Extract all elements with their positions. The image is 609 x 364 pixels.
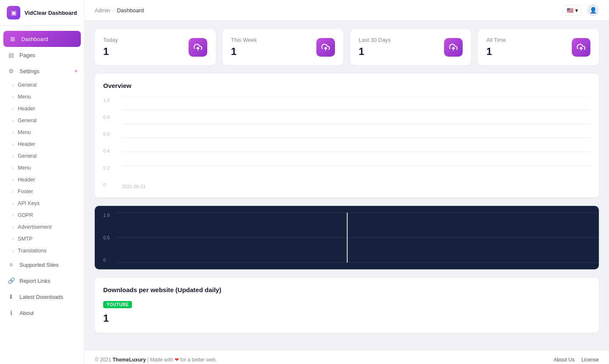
downloads-title: Downloads per website (Updated daily) (103, 286, 590, 293)
subnav-general-3[interactable]: General (0, 150, 84, 162)
sidebar-item-settings[interactable]: ⚙ Settings ▾ (0, 63, 84, 79)
sidebar-item-pages[interactable]: ▤ Pages (0, 47, 84, 63)
footer-links: About Us License (554, 357, 599, 363)
subnav-menu-2[interactable]: Menu (0, 126, 84, 138)
footer-copyright: © 2021 ThemeLuxury | Made with ❤ for a b… (95, 357, 217, 363)
stat-card-30days: Last 30 Days 1 (350, 29, 471, 65)
stat-info: Last 30 Days 1 (359, 37, 391, 57)
subnav-header-2[interactable]: Header (0, 138, 84, 150)
stat-card-alltime: All Time 1 (478, 29, 599, 65)
flag-icon: 🇺🇸 (567, 7, 573, 14)
sidebar-item-latest-downloads[interactable]: ⬇ Latest Downloads (0, 289, 84, 305)
stat-icon-today (189, 38, 207, 57)
sidebar-navigation: ⊞ Dashboard ▤ Pages ⚙ Settings ▾ General… (0, 26, 84, 364)
stat-label: This Week (231, 37, 257, 43)
heart-icon: ❤ (175, 357, 179, 363)
flag-chevron: ▾ (575, 7, 578, 14)
settings-submenu: General Menu Header General Menu Header … (0, 79, 84, 257)
link-icon: 🔗 (7, 276, 15, 285)
sidebar-item-report-links[interactable]: 🔗 Report Links (0, 273, 84, 289)
dark-chart-svg (95, 206, 599, 269)
subnav-header-1[interactable]: Header (0, 103, 84, 115)
sidebar-item-label: Settings (19, 68, 39, 74)
language-selector[interactable]: 🇺🇸 ▾ (563, 5, 582, 16)
topbar-actions: 🇺🇸 ▾ 👤 (563, 4, 599, 16)
stats-grid: Today 1 This Week 1 (95, 29, 599, 65)
logo-text: VidClear Dashboard (25, 10, 77, 16)
stat-label: All Time (486, 37, 506, 43)
sidebar-item-label: Report Links (19, 278, 50, 284)
main-content: Admin / Dashboard 🇺🇸 ▾ 👤 Today 1 (85, 0, 609, 364)
downloads-section: Downloads per website (Updated daily) YO… (95, 278, 599, 333)
sidebar-item-label: Supported Sites (19, 262, 59, 268)
y-label-1: 1.0 (103, 98, 115, 103)
sidebar-item-about[interactable]: ℹ About (0, 305, 84, 321)
overview-card: Overview 1.0 0.8 0.6 0.4 0.2 0 (95, 74, 599, 197)
download-count: 1 (103, 312, 590, 324)
stat-label: Today (103, 37, 118, 43)
sidebar-item-label: Pages (19, 52, 35, 58)
download-icon: ⬇ (7, 293, 15, 301)
sidebar: ▣ VidClear Dashboard ⊞ Dashboard ▤ Pages… (0, 0, 85, 364)
stat-card-today: Today 1 (95, 29, 216, 65)
subnav-smtp[interactable]: SMTP (0, 233, 84, 245)
info-icon: ℹ (7, 309, 15, 317)
subnav-footer[interactable]: Footer (0, 186, 84, 197)
stat-icon-30days (444, 38, 463, 57)
y-label-2: 0.8 (103, 115, 115, 120)
breadcrumb-current: Dashboard (117, 7, 144, 14)
overview-chart-svg (122, 96, 590, 181)
sidebar-item-dashboard[interactable]: ⊞ Dashboard (3, 31, 81, 47)
subnav-gdpr[interactable]: GDPR (0, 209, 84, 221)
footer: © 2021 ThemeLuxury | Made with ❤ for a b… (85, 350, 609, 364)
sidebar-item-label: Latest Downloads (19, 294, 63, 300)
stat-card-week: This Week 1 (222, 29, 343, 65)
dashboard-icon: ⊞ (8, 35, 17, 43)
subnav-api-keys[interactable]: API Keys (0, 197, 84, 209)
y-label-3: 0.6 (103, 131, 115, 137)
breadcrumb-separator: / (113, 7, 115, 14)
subnav-advertisement[interactable]: Advertisement (0, 221, 84, 233)
x-label: 2021-06-21 (122, 184, 590, 189)
sidebar-item-label: Dashboard (21, 36, 48, 42)
stat-icon-week (316, 38, 335, 57)
stat-value: 1 (486, 46, 506, 57)
stat-icon-alltime (572, 38, 590, 57)
stat-info: All Time 1 (486, 37, 506, 57)
stat-info: This Week 1 (231, 37, 257, 57)
dark-chart-inner: 1.0 0.5 0 (95, 206, 599, 269)
dashboard-content: Today 1 This Week 1 (85, 21, 609, 350)
topbar: Admin / Dashboard 🇺🇸 ▾ 👤 (85, 0, 609, 21)
subnav-menu-3[interactable]: Menu (0, 162, 84, 174)
settings-icon: ⚙ (7, 67, 15, 75)
overview-title: Overview (103, 82, 590, 89)
subnav-translations[interactable]: Translations (0, 245, 84, 257)
stat-value: 1 (103, 46, 118, 57)
subnav-menu-1[interactable]: Menu (0, 91, 84, 103)
stat-value: 1 (359, 46, 391, 57)
pages-icon: ▤ (7, 51, 15, 59)
sidebar-item-label: About (19, 310, 34, 316)
breadcrumb-parent: Admin (95, 7, 110, 14)
user-avatar[interactable]: 👤 (587, 4, 599, 16)
sidebar-item-supported-sites[interactable]: ≡ Supported Sites (0, 257, 84, 273)
stat-label: Last 30 Days (359, 37, 391, 43)
subnav-general-1[interactable]: General (0, 79, 84, 91)
subnav-header-3[interactable]: Header (0, 174, 84, 186)
y-label-4: 0.4 (103, 148, 115, 153)
stat-value: 1 (231, 46, 257, 57)
chevron-down-icon: ▾ (75, 68, 77, 74)
footer-license-link[interactable]: License (582, 357, 599, 363)
svg-rect-13 (347, 213, 348, 263)
breadcrumb: Admin / Dashboard (95, 7, 144, 14)
youtube-badge: YOUTUBE (103, 301, 132, 308)
logo-icon: ▣ (7, 6, 20, 19)
stat-info: Today 1 (103, 37, 118, 57)
list-icon: ≡ (7, 260, 15, 269)
y-label-6: 0 (103, 182, 115, 187)
subnav-general-2[interactable]: General (0, 115, 84, 126)
y-label-5: 0.2 (103, 165, 115, 170)
footer-brand: ThemeLuxury (112, 357, 146, 363)
footer-about-link[interactable]: About Us (554, 357, 574, 363)
dark-chart-card: 1.0 0.5 0 (95, 206, 599, 269)
